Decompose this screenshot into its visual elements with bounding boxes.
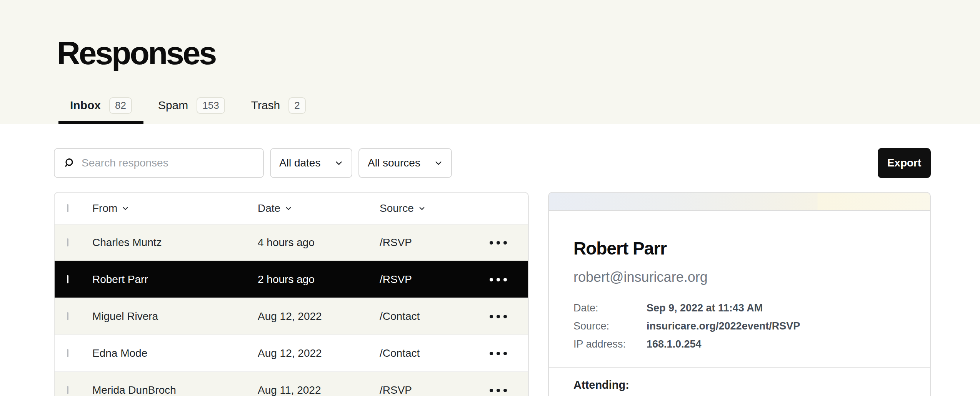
row-source: /Contact [380,310,490,323]
table-row[interactable]: Miguel Rivera Aug 12, 2022 /Contact [55,298,528,334]
dot [490,389,493,392]
tab-spam[interactable]: Spam 153 [147,97,237,124]
row-source: /RSVP [380,384,490,396]
table-row[interactable]: Merida DunBroch Aug 11, 2022 /RSVP [55,371,528,396]
row-from: Robert Parr [92,273,258,286]
row-checkbox[interactable] [67,238,68,246]
tab-trash[interactable]: Trash 2 [240,97,317,124]
detail-body: Robert Parr robert@insuricare.org Date: … [549,238,930,391]
table-header-row: From Date Source [55,193,528,224]
response-detail-panel: Robert Parr robert@insuricare.org Date: … [548,192,931,396]
column-header-date[interactable]: Date [258,202,380,215]
meta-label: IP address: [573,338,647,350]
chevron-down-icon [285,205,292,212]
row-menu-button[interactable] [490,309,528,324]
meta-value: insuricare.org/2022event/RSVP [647,320,800,332]
dot [490,278,493,281]
dot [503,389,507,392]
page-header: Responses Inbox 82 Spam 153 Trash 2 [0,0,980,124]
row-date: Aug 12, 2022 [258,347,380,359]
dot [497,389,500,392]
date-filter-value: All dates [279,157,320,169]
row-from: Merida DunBroch [92,384,258,396]
tab-spam-count-badge: 153 [197,97,225,114]
tab-inbox-label: Inbox [70,99,101,112]
row-from: Miguel Rivera [92,310,258,323]
detail-respondent-name: Robert Parr [573,238,905,259]
row-date: Aug 11, 2022 [258,384,380,396]
select-all-checkbox[interactable] [67,204,68,212]
row-checkbox[interactable] [67,386,68,394]
tab-inbox-count-badge: 82 [109,97,132,114]
row-source: /Contact [380,347,490,359]
tab-bar: Inbox 82 Spam 153 Trash 2 [58,97,317,124]
tab-inbox[interactable]: Inbox 82 [58,97,143,124]
row-menu-button[interactable] [490,236,528,250]
row-date: 4 hours ago [258,236,380,249]
row-checkbox[interactable] [67,312,68,320]
tab-spam-label: Spam [158,99,188,112]
search-icon [63,157,75,169]
row-from: Charles Muntz [92,236,258,249]
row-checkbox[interactable] [67,275,68,283]
detail-respondent-email: robert@insuricare.org [573,269,905,285]
tab-trash-count-badge: 2 [288,97,305,114]
meta-label: Source: [573,320,647,332]
meta-row-ip: IP address: 168.1.0.254 [573,338,905,356]
column-header-from[interactable]: From [92,202,258,215]
source-filter-dropdown[interactable]: All sources [358,148,452,178]
source-filter-value: All sources [368,157,420,169]
dot [503,241,507,245]
chevron-down-icon [418,205,425,212]
dot [497,352,500,355]
meta-value: Sep 9, 2022 at 11:43 AM [647,302,763,314]
date-filter-dropdown[interactable]: All dates [270,148,352,178]
chevron-down-icon [122,205,129,212]
row-from: Edna Mode [92,347,258,359]
table-row[interactable]: Edna Mode Aug 12, 2022 /Contact [55,334,528,371]
dot [503,278,507,281]
search-box [54,148,264,178]
row-menu-button[interactable] [490,273,528,287]
meta-label: Date: [573,302,647,314]
row-menu-button[interactable] [490,383,528,396]
dot [497,278,500,281]
dot [490,241,493,245]
search-input[interactable] [82,157,255,169]
row-checkbox[interactable] [67,349,68,357]
table-row[interactable]: Charles Muntz 4 hours ago /RSVP [55,224,528,261]
table-row-selected[interactable]: Robert Parr 2 hours ago /RSVP [55,261,528,298]
row-menu-button[interactable] [490,346,528,361]
dot [503,315,507,318]
row-date: 2 hours ago [258,273,380,286]
detail-section-heading: Attending: [573,379,905,391]
detail-meta: Date: Sep 9, 2022 at 11:43 AM Source: in… [573,302,905,356]
chevron-down-icon [335,159,343,167]
tab-trash-label: Trash [251,99,280,112]
toolbar: All dates All sources Export [54,148,931,178]
row-source: /RSVP [380,273,490,286]
row-date: Aug 12, 2022 [258,310,380,323]
column-header-source[interactable]: Source [380,202,490,215]
dot [497,315,500,318]
export-button[interactable]: Export [878,148,931,178]
meta-row-date: Date: Sep 9, 2022 at 11:43 AM [573,302,905,320]
row-source: /RSVP [380,236,490,249]
detail-divider [549,367,930,368]
page-title: Responses [57,37,215,69]
dot [490,352,493,355]
dot [497,241,500,245]
dot [490,315,493,318]
chevron-down-icon [434,159,443,167]
detail-gradient-banner [549,193,930,211]
dot [503,352,507,355]
meta-row-source: Source: insuricare.org/2022event/RSVP [573,320,905,338]
responses-table: From Date Source Charles Muntz 4 hours a… [54,192,529,396]
meta-value: 168.1.0.254 [647,338,702,350]
